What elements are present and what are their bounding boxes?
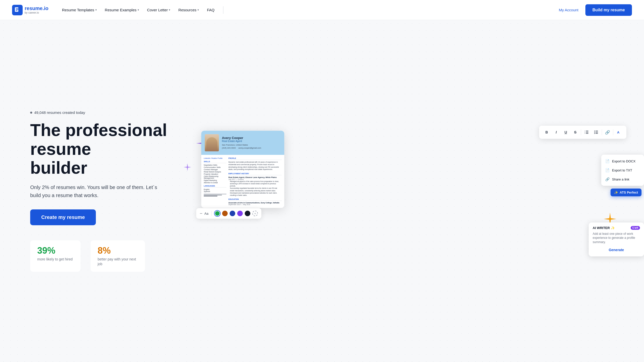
- resume-contact: San Francisco, United States (415) 223-4…: [222, 144, 281, 150]
- stat-hired-number: 39%: [37, 245, 73, 256]
- hero-badge: 49,048 resumes created today: [30, 110, 181, 115]
- generate-button[interactable]: Generate: [593, 247, 640, 253]
- ordered-list-button[interactable]: 123: [583, 128, 591, 136]
- bold-button[interactable]: B: [543, 128, 551, 136]
- sparkle-icon: ✨: [611, 226, 615, 230]
- unordered-list-button[interactable]: [592, 128, 600, 136]
- stat-hired: 39% more likely to get hired: [30, 240, 80, 272]
- stat-hired-label: more likely to get hired: [37, 257, 73, 262]
- ats-badge: ✨ ATS Perfect: [611, 189, 641, 196]
- svg-rect-12: [595, 133, 598, 134]
- nav-actions: My Account Build my resume: [556, 4, 632, 16]
- add-color-button[interactable]: +: [252, 211, 258, 216]
- build-resume-button[interactable]: Build my resume: [585, 4, 632, 16]
- hero-section: 49,048 resumes created today The profess…: [0, 20, 644, 362]
- hero-title: The professional resume builder: [30, 121, 181, 177]
- badge-dot: [30, 112, 32, 114]
- nav-items: Resume Templates ▾ Resume Examples ▾ Cov…: [58, 6, 556, 14]
- resume-name-block: Avery Cooper Real Estate Agent San Franc…: [222, 136, 281, 150]
- stat-pay-label: better pay with your next job: [98, 257, 138, 267]
- doc-icon: 📄: [605, 159, 610, 163]
- sparkle-blue-small: [184, 163, 191, 172]
- export-menu: 📄 Export to DOCX 📄 Export to TXT 🔗 Share…: [601, 155, 644, 186]
- color-dot-brown[interactable]: [222, 211, 228, 216]
- hero-right: B I U S 123 🔗 A 📄 Export to DOCX: [181, 126, 624, 256]
- toolbar-divider-2: [602, 129, 602, 135]
- color-button[interactable]: A: [615, 128, 623, 136]
- resume-body: LinkedIn: Realtor Profile Skills Negotia…: [201, 155, 284, 208]
- my-account-button[interactable]: My Account: [556, 6, 582, 14]
- nav-cover-letter[interactable]: Cover Letter ▾: [144, 6, 174, 14]
- ai-writer-card: AI WRITER ✨ 5 left Add at least one piec…: [589, 222, 644, 256]
- svg-rect-5: [586, 132, 588, 132]
- toolbar-divider-3: [613, 129, 613, 135]
- color-dot-green[interactable]: [215, 211, 220, 216]
- ai-writer-label: AI WRITER ✨: [593, 226, 615, 230]
- resume-main: Profile Dynamic real estate professional…: [228, 157, 282, 205]
- ai-writer-text: Add at least one piece of work experienc…: [593, 232, 640, 244]
- svg-text:A: A: [617, 130, 620, 134]
- ai-header: AI WRITER ✨ 5 left: [593, 226, 640, 230]
- sparkle-icon: ✨: [614, 191, 618, 194]
- italic-button[interactable]: I: [552, 128, 560, 136]
- nav-resources[interactable]: Resources ▾: [175, 6, 203, 14]
- svg-rect-6: [586, 133, 588, 134]
- create-resume-button[interactable]: Create my resume: [30, 209, 96, 225]
- stat-pay: 8% better pay with your next job: [91, 240, 145, 272]
- doc-icon: 📄: [605, 168, 610, 172]
- chevron-down-icon: ▾: [138, 8, 139, 12]
- hero-left: 49,048 resumes created today The profess…: [30, 110, 181, 272]
- nav-resume-templates[interactable]: Resume Templates ▾: [58, 6, 100, 14]
- svg-point-13: [594, 131, 595, 131]
- color-dot-blue[interactable]: [230, 211, 235, 216]
- chevron-down-icon: ▾: [197, 8, 199, 12]
- stat-pay-number: 8%: [98, 245, 138, 256]
- strikethrough-button[interactable]: S: [571, 128, 579, 136]
- stats-row: 39% more likely to get hired 8% better p…: [30, 240, 181, 272]
- chevron-down-icon: ▾: [169, 8, 170, 12]
- export-docx[interactable]: 📄 Export to DOCX: [601, 157, 644, 166]
- navbar: resume.io by career.io Resume Templates …: [0, 0, 644, 20]
- underline-button[interactable]: U: [562, 128, 570, 136]
- link-button[interactable]: 🔗: [603, 128, 612, 136]
- logo-icon: [12, 5, 23, 15]
- hero-subtitle: Only 2% of resumes win. Yours will be on…: [30, 183, 161, 199]
- svg-rect-3: [16, 10, 17, 11]
- logo-text: resume.io by career.io: [25, 6, 48, 14]
- svg-rect-10: [595, 131, 598, 131]
- svg-rect-11: [595, 132, 598, 132]
- resume-header: Avery Cooper Real Estate Agent San Franc…: [201, 131, 284, 155]
- color-dot-purple[interactable]: [237, 211, 243, 216]
- svg-rect-4: [586, 131, 588, 131]
- color-dot-black[interactable]: [245, 211, 250, 216]
- svg-point-14: [594, 132, 595, 133]
- svg-rect-1: [16, 8, 18, 9]
- ai-badge: 5 left: [631, 226, 640, 230]
- nav-divider: [223, 6, 223, 14]
- logo-link[interactable]: resume.io by career.io: [12, 5, 48, 15]
- decrease-button[interactable]: −: [200, 211, 203, 216]
- share-link[interactable]: 🔗 Share a link: [601, 175, 644, 184]
- formatting-toolbar: B I U S 123 🔗 A: [539, 126, 626, 139]
- export-txt[interactable]: 📄 Export to TXT: [601, 166, 644, 175]
- share-icon: 🔗: [605, 177, 610, 181]
- chevron-down-icon: ▾: [95, 8, 97, 12]
- nav-resume-examples[interactable]: Resume Examples ▾: [101, 6, 143, 14]
- toolbar-divider: [581, 129, 581, 135]
- svg-text:3: 3: [585, 133, 585, 134]
- svg-rect-2: [16, 9, 18, 10]
- resume-photo: [205, 134, 219, 151]
- color-bar-divider: [211, 211, 212, 216]
- svg-point-15: [594, 133, 595, 134]
- resume-sidebar: LinkedIn: Realtor Profile Skills Negotia…: [204, 157, 226, 205]
- resume-preview-card: Avery Cooper Real Estate Agent San Franc…: [201, 131, 284, 208]
- nav-faq[interactable]: FAQ: [204, 6, 218, 14]
- color-palette-bar: − Aa +: [196, 208, 261, 219]
